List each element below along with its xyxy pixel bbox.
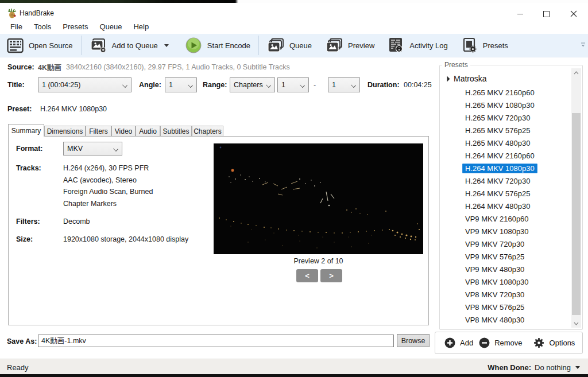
chevron-down-icon — [351, 83, 356, 87]
scroll-down-icon[interactable] — [571, 319, 581, 328]
angle-select[interactable]: 1 — [165, 77, 197, 92]
tab-dimensions[interactable]: Dimensions — [44, 126, 86, 137]
tab-audio[interactable]: Audio — [136, 126, 160, 137]
preview-button[interactable]: Preview — [319, 34, 381, 57]
preview-caption: Preview 2 of 10 — [214, 257, 423, 265]
preset-item-selected[interactable]: H.264 MKV 1080p30 — [439, 162, 570, 174]
title-select-value: 1 (00:04:25) — [42, 81, 80, 89]
preset-item[interactable]: VP8 MKV 1080p30 — [439, 275, 570, 288]
track-line: Foreign Audio Scan, Burned — [63, 188, 153, 196]
chevron-down-icon — [266, 83, 271, 87]
save-as-input[interactable]: 4K動画-1.mkv — [38, 335, 394, 347]
preset-item[interactable]: VP8 MKV 720p30 — [439, 288, 570, 301]
chevron-down-icon — [123, 83, 127, 87]
plus-circle-icon — [444, 337, 455, 348]
preset-value: H.264 MKV 1080p30 — [40, 105, 107, 113]
preset-item[interactable]: H.264 MKV 480p30 — [439, 200, 570, 212]
open-source-button[interactable]: Open Source — [0, 34, 80, 57]
menu-queue[interactable]: Queue — [94, 20, 127, 33]
size-value: 1920x1080 storage, 2044x1080 display — [63, 235, 188, 243]
gear-icon — [533, 337, 545, 349]
scroll-up-icon[interactable] — [571, 68, 581, 77]
preset-item[interactable]: H.265 MKV 576p25 — [439, 124, 570, 137]
tab-subtitles[interactable]: Subtitles — [160, 126, 192, 137]
add-preset-button[interactable]: Add — [444, 337, 473, 348]
preview-label: Preview — [348, 41, 374, 50]
preset-item[interactable]: H.265 MKV 1080p30 — [439, 99, 570, 111]
preset-group-matroska[interactable]: Matroska — [439, 71, 570, 86]
handbrake-window: HandBrake File Tools Presets Queue Help — [0, 0, 588, 377]
menu-tools[interactable]: Tools — [28, 20, 57, 33]
queue-label: Queue — [289, 41, 312, 50]
tab-summary[interactable]: Summary — [8, 124, 44, 137]
preset-options-label: Options — [550, 339, 575, 347]
preview-prev-button[interactable]: < — [296, 269, 318, 282]
scrollbar-thumb[interactable] — [572, 113, 581, 315]
when-done-control[interactable]: When Done: Do nothing — [488, 363, 580, 372]
range-label: Range: — [203, 81, 227, 89]
range-from-value: 1 — [281, 81, 285, 89]
source-name: 4K動画 — [38, 63, 61, 73]
clapperboard-icon — [7, 38, 24, 53]
browse-button[interactable]: Browse — [397, 334, 430, 347]
queue-button[interactable]: Queue — [260, 34, 319, 57]
source-details: 3840x2160 (3840x2160), 29.97 FPS, 1 Audi… — [66, 63, 290, 71]
tab-chapters[interactable]: Chapters — [192, 126, 223, 137]
title-label: Title: — [7, 81, 25, 89]
menu-help[interactable]: Help — [127, 20, 154, 33]
range-from-select[interactable]: 1 — [277, 77, 309, 92]
preset-options-button[interactable]: Options — [533, 337, 575, 349]
range-type-select[interactable]: Chapters — [230, 77, 275, 92]
preset-group-label: Matroska — [454, 74, 487, 83]
preset-item[interactable]: VP9 MKV 480p30 — [439, 263, 570, 275]
preset-item[interactable]: VP9 MKV 1080p30 — [439, 225, 570, 238]
tab-video[interactable]: Video — [111, 126, 136, 137]
range-type-value: Chapters — [234, 81, 263, 89]
tracks-label: Tracks: — [16, 164, 41, 172]
preset-item[interactable]: VP9 MKV 576p25 — [439, 250, 570, 263]
chevron-down-icon — [114, 146, 118, 151]
preset-item[interactable]: H.264 MKV 576p25 — [439, 187, 570, 200]
presets-scrollbar[interactable] — [571, 68, 581, 328]
preset-item[interactable]: H.265 MKV 480p30 — [439, 137, 570, 149]
preset-item[interactable]: H.265 MKV 720p30 — [439, 111, 570, 124]
when-done-caret-icon — [575, 366, 580, 369]
add-to-queue-dropdown-caret-icon[interactable] — [164, 44, 169, 47]
presets-actions-bar: Add Remove — [435, 332, 583, 354]
track-line: H.264 (x264), 30 FPS PFR — [63, 164, 149, 172]
format-select[interactable]: MKV — [63, 142, 122, 156]
remove-preset-label: Remove — [494, 339, 522, 347]
title-bar[interactable]: HandBrake — [0, 3, 588, 19]
angle-label: Angle: — [139, 81, 161, 89]
track-line: Chapter Markers — [63, 200, 117, 208]
start-encode-label: Start Encode — [207, 41, 250, 50]
open-source-label: Open Source — [29, 41, 73, 50]
remove-preset-button[interactable]: Remove — [479, 337, 522, 348]
preset-item[interactable]: VP9 MKV 720p30 — [439, 238, 570, 250]
bottom-edge-strip — [0, 374, 588, 377]
menu-presets[interactable]: Presets — [57, 20, 94, 33]
preview-icon — [326, 38, 343, 53]
preset-item[interactable]: H.264 MKV 720p30 — [439, 174, 570, 187]
preset-item[interactable]: VP9 MKV 2160p60 — [439, 212, 570, 225]
format-select-value: MKV — [67, 145, 83, 153]
activity-log-button[interactable]: Activity Log — [381, 34, 454, 57]
preset-item[interactable]: VP8 MKV 576p25 — [439, 301, 570, 313]
title-select[interactable]: 1 (00:04:25) — [38, 77, 131, 92]
preset-item[interactable]: VP8 MKV 480p30 — [439, 313, 570, 326]
activity-log-icon — [388, 37, 404, 53]
queue-icon — [267, 38, 284, 53]
status-text: Ready — [7, 363, 29, 372]
start-encode-button[interactable]: Start Encode — [176, 34, 257, 57]
add-to-queue-button[interactable]: Add to Queue — [83, 34, 176, 57]
main-toolbar: Open Source Add to Queue — [0, 34, 588, 57]
presets-toolbar-button[interactable]: Presets — [455, 34, 515, 57]
range-to-select[interactable]: 1 — [328, 77, 360, 92]
tree-expanded-triangle-icon[interactable] — [444, 76, 450, 81]
menu-file[interactable]: File — [5, 20, 28, 33]
preset-item[interactable]: H.265 MKV 2160p60 — [439, 86, 570, 99]
preset-item[interactable]: H.264 MKV 2160p60 — [439, 149, 570, 162]
tab-filters[interactable]: Filters — [86, 126, 111, 137]
preview-next-button[interactable]: > — [320, 269, 342, 282]
toolbar-overflow-icon[interactable] — [581, 42, 586, 48]
